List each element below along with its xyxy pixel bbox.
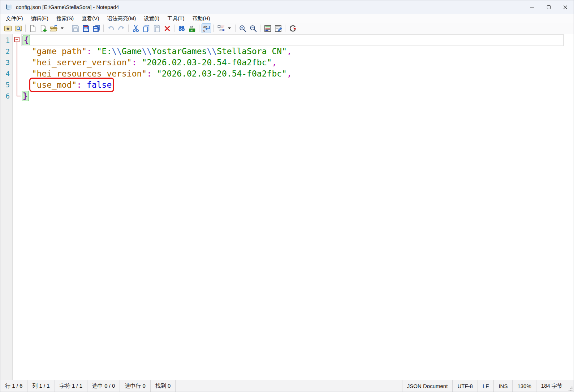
toolbar-separator <box>68 25 68 32</box>
status-character: 字符 1 / 1 <box>55 380 87 392</box>
code-text[interactable]: { <box>22 35 564 46</box>
token-plain <box>152 69 157 78</box>
status-zoom[interactable]: 130% <box>512 380 536 392</box>
copy-icon[interactable] <box>141 23 151 33</box>
customize-schemes-icon[interactable] <box>273 23 283 33</box>
token-key: "hei_resources_version" <box>32 69 147 78</box>
editor-line-3: 3 "hei_server_version": "2026.02.03-20.5… <box>0 57 574 68</box>
code-text[interactable]: "hei_server_version": "2026.02.03-20.54-… <box>22 57 564 68</box>
svg-text:c: c <box>203 28 205 32</box>
find-icon[interactable] <box>177 23 186 33</box>
word-wrap-icon[interactable]: abc <box>202 23 211 33</box>
scheme-config-icon[interactable] <box>263 23 272 33</box>
save-as-icon[interactable] <box>81 23 91 33</box>
paste-icon[interactable] <box>152 23 161 33</box>
close-button[interactable] <box>557 0 574 14</box>
svg-text:ab: ab <box>190 25 193 29</box>
new-file-icon[interactable] <box>28 23 38 33</box>
menu-item-edit[interactable]: 编辑(E) <box>27 14 52 23</box>
status-doc-type[interactable]: JSON Document <box>402 380 453 392</box>
editor[interactable]: 1{2 "game_path": "E:\\Game\\YostarGames\… <box>0 34 574 380</box>
editor-line-5: 5 "use_mod": false <box>0 79 574 91</box>
app-icon <box>5 4 12 11</box>
fold-line <box>13 79 22 91</box>
status-overtype[interactable]: INS <box>493 380 512 392</box>
undo-icon[interactable] <box>106 23 116 33</box>
menu-item-file[interactable]: 文件(F) <box>2 14 27 23</box>
status-size[interactable]: 184 字节 <box>536 380 567 392</box>
menu-item-tools[interactable]: 工具(T) <box>163 14 189 23</box>
code-text[interactable]: "use_mod": false <box>22 79 564 91</box>
token-plain <box>22 58 32 67</box>
fold-marker-icon[interactable] <box>13 35 22 46</box>
fold-line <box>13 68 22 79</box>
save-all-icon[interactable] <box>91 23 101 33</box>
window-title: config.json [E:\Game\StellaSora] - Notep… <box>16 4 524 10</box>
cut-icon[interactable] <box>131 23 141 33</box>
fold-line <box>13 57 22 68</box>
browse-folder-icon[interactable] <box>13 23 23 33</box>
open-file-icon[interactable] <box>49 23 59 33</box>
fold-line <box>13 46 22 57</box>
menu-item-search[interactable]: 搜索(S) <box>52 14 78 23</box>
token-brace: { <box>23 35 30 45</box>
token-str: StellaSora_CN" <box>217 47 287 56</box>
token-op: , <box>287 69 292 78</box>
line-number[interactable]: 1 <box>0 35 13 46</box>
scheme-select-dropdown-arrow-icon[interactable] <box>228 27 231 29</box>
code-text[interactable]: } <box>22 91 564 102</box>
new-window-icon[interactable] <box>38 23 48 33</box>
delete-icon[interactable] <box>162 23 172 33</box>
token-plain <box>22 69 32 78</box>
menu-item-settings[interactable]: 设置(I) <box>140 14 163 23</box>
open-file-dropdown-arrow-icon[interactable] <box>61 27 64 29</box>
zoom-in-icon[interactable] <box>238 23 247 33</box>
menu-item-view[interactable]: 查看(V) <box>78 14 103 23</box>
token-key: "hei_server_version" <box>32 58 132 67</box>
line-number[interactable]: 5 <box>0 79 13 91</box>
toolbar: abacabc <box>0 23 574 34</box>
exit-icon[interactable] <box>288 23 297 33</box>
code-text[interactable]: "game_path": "E:\\Game\\YostarGames\\Ste… <box>22 46 564 57</box>
fold-line <box>13 91 22 102</box>
toolbar-separator <box>260 25 260 32</box>
editor-line-4: 4 "hei_resources_version": "2026.02.03-2… <box>0 68 574 79</box>
line-number[interactable]: 3 <box>0 57 13 68</box>
status-found: 找到 0 <box>151 380 176 392</box>
status-column: 列 1 / 1 <box>27 380 55 392</box>
menu-item-help[interactable]: 帮助(H) <box>189 14 214 23</box>
editor-line-6: 6} <box>0 91 574 102</box>
line-number[interactable]: 6 <box>0 91 13 102</box>
scheme-select-icon[interactable] <box>216 23 226 33</box>
minimize-button[interactable] <box>524 0 540 14</box>
line-number[interactable]: 2 <box>0 46 13 57</box>
token-str: "2026.02.03-20.54-f0a2fbc" <box>157 69 287 78</box>
status-encoding[interactable]: UTF-8 <box>452 380 478 392</box>
token-brace: } <box>22 91 29 101</box>
status-bar: 行 1 / 6列 1 / 1字符 1 / 1选中 0 / 0选中行 0找到 0J… <box>0 380 574 392</box>
window-controls <box>524 0 574 14</box>
toolbar-separator <box>174 25 174 32</box>
toolbar-separator <box>285 25 285 32</box>
token-plain <box>22 47 32 56</box>
token-plain <box>82 80 87 90</box>
favorites-folder-icon[interactable] <box>3 23 13 33</box>
toolbar-separator <box>213 25 214 32</box>
code-text[interactable]: "hei_resources_version": "2026.02.03-20.… <box>22 68 564 79</box>
zoom-out-icon[interactable] <box>248 23 258 33</box>
editor-lines: 1{2 "game_path": "E:\\Game\\YostarGames\… <box>0 35 574 102</box>
redo-icon[interactable] <box>116 23 126 33</box>
editor-line-2: 2 "game_path": "E:\\Game\\YostarGames\\S… <box>0 46 574 57</box>
toolbar-separator <box>103 25 104 32</box>
save-icon[interactable] <box>70 23 80 33</box>
replace-icon[interactable]: abac <box>187 23 197 33</box>
resize-grip[interactable] <box>567 380 574 392</box>
status-eol[interactable]: LF <box>478 380 494 392</box>
maximize-button[interactable] <box>540 0 557 14</box>
token-str: Game <box>122 47 142 56</box>
token-op: , <box>287 47 292 56</box>
token-plain <box>22 80 32 90</box>
line-number[interactable]: 4 <box>0 68 13 79</box>
status-sel-lines: 选中行 0 <box>120 380 151 392</box>
menu-item-scheme[interactable]: 语法高亮(M) <box>103 14 140 23</box>
